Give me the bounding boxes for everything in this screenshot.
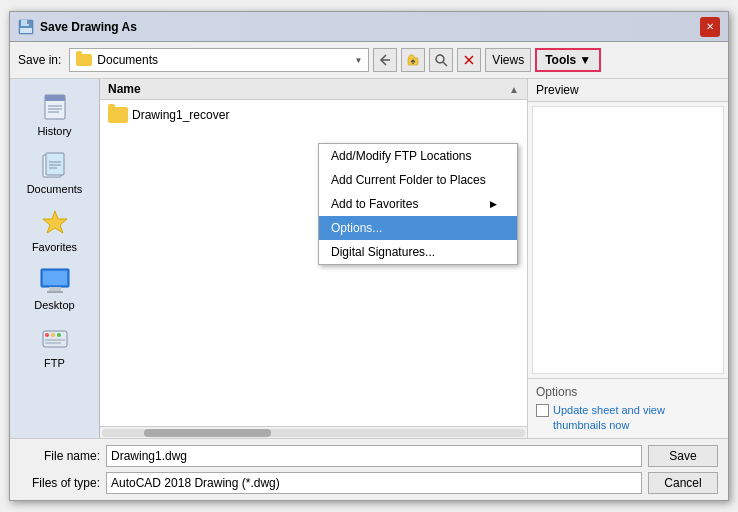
file-name-input[interactable] [106, 445, 642, 467]
search-icon [434, 53, 448, 67]
sidebar-history-label: History [37, 125, 71, 137]
delete-button[interactable] [457, 48, 481, 72]
svg-line-7 [443, 62, 447, 66]
sidebar-item-ftp[interactable]: FTP [20, 319, 90, 373]
close-button[interactable]: ✕ [700, 17, 720, 37]
file-name-column-header: Name [108, 82, 509, 96]
save-button[interactable]: Save [648, 445, 718, 467]
combo-arrow-icon: ▼ [354, 56, 362, 65]
tools-menu-item-favorites[interactable]: Add to Favorites ▶ [319, 192, 517, 216]
views-button[interactable]: Views [485, 48, 531, 72]
file-type-input[interactable] [106, 472, 642, 494]
tools-menu-item-favorites-label: Add to Favorites [331, 197, 418, 211]
file-header: Name ▲ [100, 79, 527, 100]
title-bar: Save Drawing As ✕ [10, 12, 728, 42]
tools-menu-item-ftp[interactable]: Add/Modify FTP Locations [319, 144, 517, 168]
preview-panel: Preview Options Update sheet and viewthu… [528, 79, 728, 438]
svg-rect-23 [49, 287, 61, 291]
list-item[interactable]: Drawing1_recover [104, 104, 523, 126]
options-title: Options [536, 385, 720, 399]
documents-icon [39, 149, 71, 181]
dialog-title: Save Drawing As [40, 20, 700, 34]
file-item-name: Drawing1_recover [132, 108, 229, 122]
back-button[interactable] [373, 48, 397, 72]
checkbox-label: Update sheet and viewthumbnails now [553, 403, 665, 432]
sidebar-favorites-label: Favorites [32, 241, 77, 253]
svg-marker-20 [43, 211, 67, 233]
svg-rect-2 [27, 20, 29, 24]
sidebar-item-desktop[interactable]: Desktop [20, 261, 90, 315]
options-area: Options Update sheet and viewthumbnails … [528, 378, 728, 438]
file-type-label: Files of type: [20, 476, 100, 490]
scrollbar-track [102, 429, 525, 437]
svg-rect-11 [45, 95, 65, 101]
sidebar-item-favorites[interactable]: Favorites [20, 203, 90, 257]
svg-rect-3 [20, 28, 32, 33]
file-name-row: File name: Save [20, 445, 718, 467]
folder-icon [76, 54, 92, 66]
tools-label: Tools [545, 53, 576, 67]
svg-point-26 [45, 333, 49, 337]
tools-arrow-icon: ▼ [579, 53, 591, 67]
save-icon [18, 19, 34, 35]
update-thumbnails-checkbox[interactable] [536, 404, 549, 417]
tools-dropdown-menu: Add/Modify FTP Locations Add Current Fol… [318, 143, 518, 265]
svg-point-28 [57, 333, 61, 337]
sort-arrow-icon: ▲ [509, 84, 519, 95]
svg-rect-24 [47, 291, 63, 293]
save-in-label: Save in: [18, 53, 61, 67]
tools-menu-item-signatures[interactable]: Digital Signatures... [319, 240, 517, 264]
svg-rect-22 [43, 271, 67, 285]
back-icon [378, 53, 392, 67]
desktop-icon [39, 265, 71, 297]
favorites-icon [39, 207, 71, 239]
up-folder-icon [406, 53, 420, 67]
cancel-button[interactable]: Cancel [648, 472, 718, 494]
checkbox-row: Update sheet and viewthumbnails now [536, 403, 720, 432]
save-in-combo[interactable]: Documents ▼ [69, 48, 369, 72]
sidebar-item-documents[interactable]: Documents [20, 145, 90, 199]
svg-rect-16 [46, 153, 64, 175]
file-name-label: File name: [20, 449, 100, 463]
file-type-row: Files of type: Cancel [20, 472, 718, 494]
save-drawing-dialog: Save Drawing As ✕ Save in: Documents ▼ [9, 11, 729, 501]
bottom-area: File name: Save Files of type: Cancel [10, 438, 728, 500]
tools-menu-item-options[interactable]: Options... [319, 216, 517, 240]
sidebar-documents-label: Documents [27, 183, 83, 195]
tools-menu-item-ftp-label: Add/Modify FTP Locations [331, 149, 472, 163]
svg-point-6 [436, 55, 444, 63]
tools-button[interactable]: Tools ▼ [535, 48, 601, 72]
toolbar-row: Save in: Documents ▼ [10, 42, 728, 79]
current-folder: Documents [97, 53, 158, 67]
up-button[interactable] [401, 48, 425, 72]
tools-menu-item-add-folder-label: Add Current Folder to Places [331, 173, 486, 187]
sidebar-item-history[interactable]: History [20, 87, 90, 141]
preview-label: Preview [528, 79, 728, 102]
ftp-icon [39, 323, 71, 355]
horizontal-scrollbar[interactable] [100, 426, 527, 438]
search-button[interactable] [429, 48, 453, 72]
history-icon [39, 91, 71, 123]
svg-point-27 [51, 333, 55, 337]
sidebar-ftp-label: FTP [44, 357, 65, 369]
sidebar-desktop-label: Desktop [34, 299, 74, 311]
views-label: Views [492, 53, 524, 67]
tools-menu-item-add-folder[interactable]: Add Current Folder to Places [319, 168, 517, 192]
preview-content [532, 106, 724, 374]
scrollbar-thumb [144, 429, 271, 437]
file-folder-icon [108, 107, 128, 123]
submenu-arrow-icon: ▶ [490, 199, 497, 209]
delete-icon [462, 53, 476, 67]
tools-menu-item-options-label: Options... [331, 221, 382, 235]
tools-menu-item-signatures-label: Digital Signatures... [331, 245, 435, 259]
sidebar: History Documents [10, 79, 100, 438]
